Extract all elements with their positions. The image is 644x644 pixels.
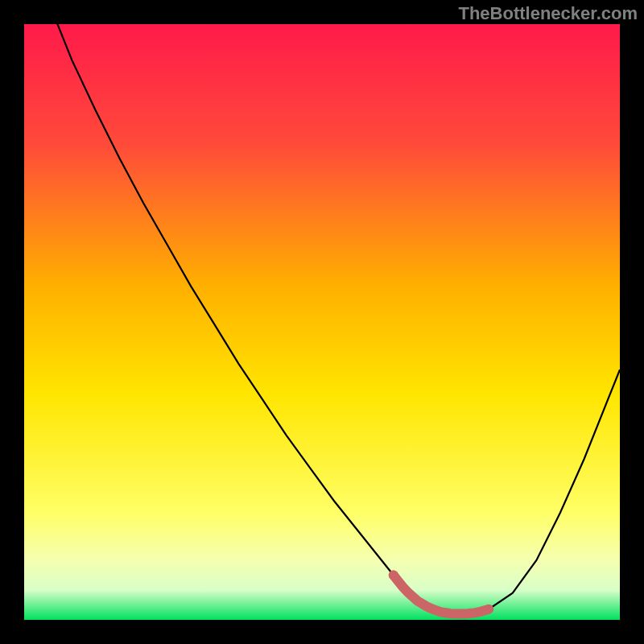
marker-dot (389, 571, 398, 580)
chart-svg (24, 24, 620, 620)
watermark-text: TheBottlenecker.com (458, 3, 638, 24)
gradient-background (24, 24, 620, 620)
plot-area (24, 24, 620, 620)
chart-container: TheBottlenecker.com (0, 0, 644, 644)
